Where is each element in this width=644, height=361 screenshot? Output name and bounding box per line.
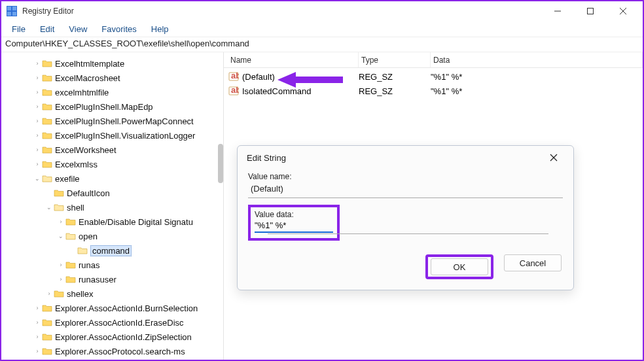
- tree-node[interactable]: ⌄open: [1, 229, 223, 243]
- chevron-right-icon[interactable]: ›: [33, 132, 42, 139]
- value-data-input[interactable]: [255, 219, 333, 233]
- chevron-right-icon[interactable]: ›: [33, 334, 42, 340]
- folder-icon: [42, 73, 52, 82]
- chevron-down-icon[interactable]: ⌄: [33, 175, 42, 182]
- maximize-button[interactable]: [576, 2, 605, 20]
- tree-node-label: shellex: [67, 289, 93, 299]
- col-data[interactable]: Data: [431, 52, 643, 67]
- chevron-right-icon[interactable]: ›: [33, 161, 42, 167]
- tree-node-label: ExcelPlugInShell.PowerMapConnect: [55, 116, 194, 126]
- tree-node-label: Excelhtmltemplate: [55, 59, 124, 69]
- value-name-label: Value name:: [248, 172, 563, 181]
- address-bar[interactable]: Computer\HKEY_CLASSES_ROOT\exefile\shell…: [1, 37, 643, 52]
- folder-icon: [42, 332, 52, 341]
- chevron-right-icon[interactable]: ›: [33, 146, 42, 153]
- window-controls: [543, 2, 637, 20]
- tree-node-label: ExcelPlugInShell.VisualizationLogger: [55, 131, 195, 141]
- chevron-down-icon[interactable]: ⌄: [45, 204, 54, 211]
- tree-node-label: ExcelPlugInShell.MapEdp: [55, 102, 153, 112]
- tree-node[interactable]: ›ExcelPlugInShell.VisualizationLogger: [1, 128, 223, 143]
- svg-rect-2: [12, 7, 16, 10]
- tree-node[interactable]: ›ExcelWorksheet: [1, 143, 223, 157]
- chevron-right-icon[interactable]: ›: [33, 60, 42, 67]
- tree-node[interactable]: ›shellex: [1, 286, 223, 301]
- string-value-icon: ab: [228, 86, 240, 96]
- svg-rect-6: [588, 9, 594, 14]
- chevron-right-icon[interactable]: ›: [33, 103, 42, 110]
- chevron-right-icon[interactable]: ›: [33, 319, 42, 326]
- tree-node-label: Enable/Disable Digital Signatu: [79, 217, 193, 227]
- tree-node-label: runas: [79, 260, 100, 270]
- chevron-right-icon[interactable]: ›: [45, 290, 54, 297]
- tree-node-label: runasuser: [79, 275, 116, 284]
- chevron-right-icon[interactable]: ›: [33, 305, 42, 311]
- chevron-down-icon[interactable]: ⌄: [56, 233, 65, 239]
- registry-tree[interactable]: ›Excelhtmltemplate›ExcelMacrosheet›excel…: [1, 52, 224, 360]
- value-data-label: Value data:: [255, 210, 333, 219]
- tree-node[interactable]: ›Explorer.AssocActionId.BurnSelection: [1, 301, 223, 315]
- folder-icon: [65, 275, 76, 284]
- cancel-button[interactable]: Cancel: [504, 254, 562, 271]
- tree-node[interactable]: ›ExcelMacrosheet: [1, 71, 223, 85]
- svg-rect-3: [7, 12, 11, 16]
- titlebar: Registry Editor: [1, 1, 643, 21]
- svg-text:ab: ab: [231, 72, 239, 80]
- folder-icon: [54, 188, 64, 198]
- tree-node[interactable]: ›runas: [1, 258, 223, 272]
- tree-node[interactable]: ›Explorer.AssocProtocol.search-ms: [1, 344, 223, 358]
- value-name-field[interactable]: (Default): [248, 181, 563, 198]
- string-value-icon: ab: [228, 71, 240, 82]
- tree-node[interactable]: ⌄shell: [1, 200, 223, 215]
- tree-node-label: Explorer.AssocProtocol.search-ms: [55, 347, 185, 356]
- dialog-close-button[interactable]: [543, 148, 564, 167]
- ok-button-highlight: OK: [425, 254, 493, 279]
- tree-node[interactable]: ⌄exefile: [1, 171, 223, 186]
- menubar: File Edit View Favorites Help: [1, 21, 643, 37]
- svg-text:ab: ab: [231, 86, 239, 95]
- close-button[interactable]: [609, 2, 637, 20]
- tree-node[interactable]: command: [1, 243, 223, 258]
- minimize-button[interactable]: [543, 2, 572, 20]
- chevron-right-icon[interactable]: ›: [56, 262, 65, 268]
- menu-help[interactable]: Help: [145, 22, 175, 36]
- folder-icon: [65, 260, 76, 269]
- chevron-right-icon[interactable]: ›: [33, 118, 42, 124]
- folder-icon: [42, 116, 52, 126]
- tree-node[interactable]: ›Explorer.AssocActionId.EraseDisc: [1, 315, 223, 330]
- tree-node[interactable]: DefaultIcon: [1, 186, 223, 200]
- chevron-right-icon[interactable]: ›: [33, 348, 42, 354]
- folder-icon: [54, 203, 64, 212]
- chevron-right-icon[interactable]: ›: [33, 75, 42, 81]
- tree-node[interactable]: ›excelmhtmlfile: [1, 85, 223, 99]
- chevron-right-icon[interactable]: ›: [56, 218, 65, 225]
- row-name: (Default): [242, 72, 275, 82]
- folder-icon: [42, 347, 52, 356]
- tree-node-label: Excelxmlss: [55, 160, 98, 169]
- folder-icon: [65, 217, 76, 226]
- svg-marker-13: [277, 72, 296, 88]
- folder-icon: [42, 102, 52, 111]
- tree-node[interactable]: ›Explorer.AssocActionId.ZipSelection: [1, 330, 223, 344]
- tree-node[interactable]: ›runasuser: [1, 272, 223, 286]
- tree-scrollbar-thumb[interactable]: [218, 144, 223, 183]
- col-type[interactable]: Type: [359, 52, 431, 67]
- tree-node-label: exefile: [55, 174, 80, 184]
- tree-node[interactable]: ›Excelxmlss: [1, 157, 223, 171]
- folder-icon: [42, 303, 52, 313]
- menu-file[interactable]: File: [5, 22, 32, 36]
- ok-button[interactable]: OK: [431, 258, 488, 275]
- row-type: REG_SZ: [359, 72, 431, 82]
- tree-node[interactable]: ›ExcelPlugInShell.PowerMapConnect: [1, 114, 223, 128]
- tree-node[interactable]: ›Enable/Disable Digital Signatu: [1, 215, 223, 229]
- chevron-right-icon[interactable]: ›: [33, 89, 42, 95]
- tree-node-label: ExcelMacrosheet: [55, 73, 120, 83]
- menu-favorites[interactable]: Favorites: [95, 22, 143, 36]
- tree-node-label: command: [90, 245, 132, 256]
- menu-edit[interactable]: Edit: [33, 22, 61, 36]
- col-name[interactable]: Name: [228, 52, 359, 67]
- folder-icon: [77, 246, 88, 255]
- tree-node[interactable]: ›ExcelPlugInShell.MapEdp: [1, 99, 223, 114]
- menu-view[interactable]: View: [62, 22, 94, 36]
- tree-node[interactable]: ›Excelhtmltemplate: [1, 56, 223, 71]
- chevron-right-icon[interactable]: ›: [56, 276, 65, 283]
